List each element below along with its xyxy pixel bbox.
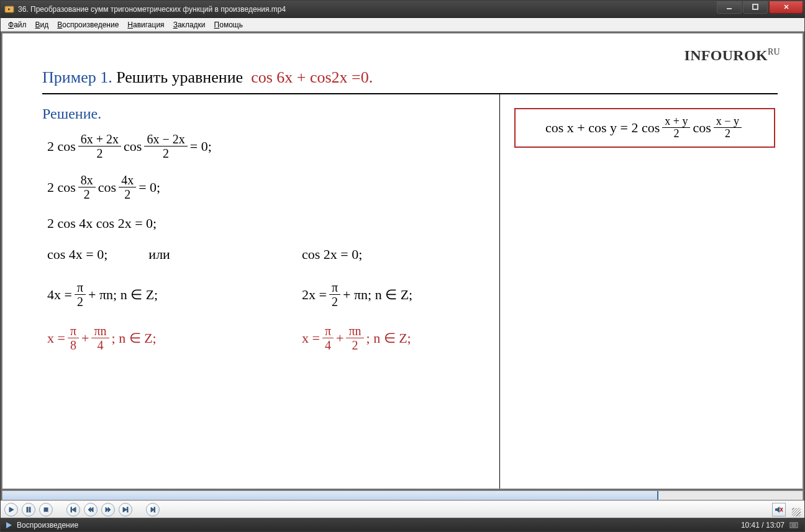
- status-text: Воспроизведение: [17, 521, 741, 530]
- formula-mid: cos: [693, 120, 711, 136]
- svg-rect-9: [44, 508, 48, 512]
- prev-track-button[interactable]: [66, 503, 80, 516]
- svg-rect-8: [29, 507, 30, 512]
- content-area: INFOUROKRU Пример 1. Решить уравнение co…: [1, 32, 804, 518]
- svg-marker-13: [91, 507, 93, 512]
- svg-rect-3: [753, 4, 758, 9]
- step-1: 2 cos 6x + 2x2 cos 6x − 2x2 = 0;: [47, 133, 482, 160]
- menu-play[interactable]: Воспроизведение: [53, 19, 122, 30]
- svg-marker-11: [72, 507, 76, 512]
- seek-progress: [2, 491, 658, 500]
- stop-button[interactable]: [39, 503, 53, 516]
- svg-marker-14: [106, 507, 108, 512]
- menu-help[interactable]: Помощь: [211, 19, 247, 30]
- menu-bar: Файл Вид Воспроизведение Навигация Закла…: [1, 18, 804, 32]
- step-3: 2 cos 4x cos 2x = 0;: [47, 215, 482, 232]
- brand-logo: INFOUROKRU: [684, 47, 780, 64]
- equation: cos 6x + cos2x =0.: [251, 68, 373, 86]
- svg-marker-18: [151, 507, 154, 512]
- status-end-icon: [789, 521, 801, 530]
- seek-bar[interactable]: [2, 490, 803, 500]
- video-viewport[interactable]: INFOUROKRU Пример 1. Решить уравнение co…: [2, 33, 803, 489]
- svg-marker-16: [123, 507, 127, 512]
- brand-text: INFOUROK: [684, 47, 768, 63]
- next-track-button[interactable]: [119, 503, 132, 516]
- formula-frac-1: x + y2: [662, 115, 690, 140]
- slide-content: INFOUROKRU Пример 1. Решить уравнение co…: [2, 34, 803, 489]
- status-time: 10:41 / 13:07: [741, 521, 785, 530]
- svg-marker-23: [6, 522, 12, 528]
- svg-marker-20: [775, 507, 780, 513]
- menu-bookm[interactable]: Закладки: [170, 19, 209, 30]
- svg-rect-7: [27, 507, 28, 512]
- pause-button[interactable]: [22, 503, 35, 516]
- app-icon: [4, 4, 14, 14]
- window-title: 36. Преобразование сумм тригонометрическ…: [18, 5, 716, 14]
- play-button[interactable]: [4, 503, 18, 516]
- window-controls: [716, 1, 803, 14]
- task-text: Решить уравнение: [116, 68, 243, 86]
- problem-statement: Пример 1. Решить уравнение cos 6x + cos2…: [42, 68, 778, 87]
- formula-lhs: cos x + cos y = 2 cos: [545, 120, 660, 136]
- step-4: cos 4x = 0; или cos 2x = 0;: [47, 246, 482, 263]
- svg-rect-17: [127, 507, 129, 512]
- status-bar: Воспроизведение 10:41 / 13:07: [1, 518, 804, 531]
- rewind-button[interactable]: [84, 503, 98, 516]
- solution-title: Решение.: [42, 106, 101, 122]
- mute-button[interactable]: [772, 503, 786, 516]
- brand-suffix: RU: [768, 47, 780, 56]
- step-2: 2 cos 8x2 cos 4x2 = 0;: [47, 174, 482, 201]
- step-button[interactable]: [146, 503, 160, 516]
- maximize-button[interactable]: [743, 1, 768, 14]
- menu-file[interactable]: Файл: [4, 19, 30, 30]
- menu-nav[interactable]: Навигация: [124, 19, 168, 30]
- status-play-icon: [4, 521, 13, 530]
- step-6: x = π8 + πn4 ; n ∈ Z; x = π4 + πn2 ; n ∈: [47, 325, 482, 352]
- title-bar[interactable]: 36. Преобразование сумм тригонометрическ…: [1, 1, 804, 18]
- minimize-button[interactable]: [717, 1, 742, 14]
- playback-controls: [1, 500, 804, 518]
- vertical-divider: [499, 93, 500, 489]
- svg-marker-6: [9, 507, 14, 512]
- svg-marker-15: [108, 507, 111, 512]
- example-label: Пример 1.: [42, 68, 112, 86]
- app-window: 36. Преобразование сумм тригонометрическ…: [0, 0, 805, 532]
- horizontal-divider: [42, 93, 778, 94]
- solution-body: 2 cos 6x + 2x2 cos 6x − 2x2 = 0; 2 cos 8…: [47, 133, 482, 366]
- menu-view[interactable]: Вид: [32, 19, 53, 30]
- svg-rect-19: [154, 507, 155, 512]
- resize-grip[interactable]: [792, 508, 801, 516]
- forward-button[interactable]: [101, 503, 115, 516]
- formula-frac-2: x − y2: [714, 115, 742, 140]
- formula-box: cos x + cos y = 2 cos x + y2 cos x − y2: [514, 108, 775, 148]
- close-button[interactable]: [769, 1, 803, 14]
- step-5: 4x = π2 + πn; n ∈ Z; 2x = π2 + πn; n ∈ Z…: [47, 281, 482, 309]
